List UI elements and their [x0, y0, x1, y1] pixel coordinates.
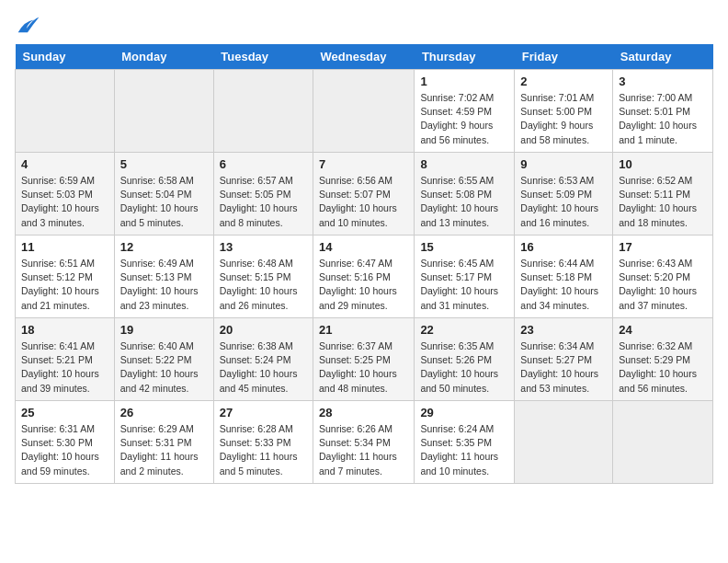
day-info: Sunrise: 6:37 AM Sunset: 5:25 PM Dayligh…	[319, 339, 408, 396]
logo-bird-icon	[15, 15, 40, 35]
day-info: Sunrise: 6:49 AM Sunset: 5:13 PM Dayligh…	[120, 257, 208, 313]
calendar-cell: 15Sunrise: 6:45 AM Sunset: 5:17 PM Dayli…	[415, 236, 515, 318]
day-info: Sunrise: 6:58 AM Sunset: 5:04 PM Dayligh…	[120, 174, 208, 230]
day-info: Sunrise: 6:26 AM Sunset: 5:34 PM Dayligh…	[319, 422, 408, 478]
day-number: 28	[319, 406, 408, 419]
day-number: 20	[220, 323, 307, 337]
day-info: Sunrise: 7:00 AM Sunset: 5:01 PM Dayligh…	[619, 91, 707, 147]
day-info: Sunrise: 6:59 AM Sunset: 5:03 PM Dayligh…	[21, 174, 108, 230]
calendar-cell: 1Sunrise: 7:02 AM Sunset: 4:59 PM Daylig…	[415, 70, 515, 153]
calendar-cell	[16, 70, 115, 153]
calendar-week-row: 25Sunrise: 6:31 AM Sunset: 5:30 PM Dayli…	[16, 401, 713, 484]
calendar-cell: 3Sunrise: 7:00 AM Sunset: 5:01 PM Daylig…	[613, 70, 713, 153]
day-number: 15	[420, 240, 508, 254]
day-number: 11	[21, 240, 108, 254]
page-header	[15, 15, 713, 35]
day-info: Sunrise: 6:44 AM Sunset: 5:18 PM Dayligh…	[520, 257, 607, 313]
day-number: 4	[21, 157, 108, 171]
day-number: 18	[21, 323, 108, 337]
calendar-cell	[114, 70, 213, 153]
calendar-header-row: SundayMondayTuesdayWednesdayThursdayFrid…	[16, 44, 713, 70]
day-number: 2	[520, 75, 607, 88]
day-number: 10	[619, 157, 707, 171]
calendar-cell: 9Sunrise: 6:53 AM Sunset: 5:09 PM Daylig…	[515, 153, 613, 236]
calendar-cell: 5Sunrise: 6:58 AM Sunset: 5:04 PM Daylig…	[114, 153, 213, 236]
day-info: Sunrise: 6:38 AM Sunset: 5:24 PM Dayligh…	[220, 339, 307, 396]
calendar-cell: 26Sunrise: 6:29 AM Sunset: 5:31 PM Dayli…	[114, 401, 213, 484]
day-info: Sunrise: 6:57 AM Sunset: 5:05 PM Dayligh…	[220, 174, 307, 230]
calendar-cell: 17Sunrise: 6:43 AM Sunset: 5:20 PM Dayli…	[613, 236, 713, 318]
day-info: Sunrise: 7:01 AM Sunset: 5:00 PM Dayligh…	[520, 91, 607, 147]
day-info: Sunrise: 6:40 AM Sunset: 5:22 PM Dayligh…	[120, 339, 208, 396]
day-info: Sunrise: 6:31 AM Sunset: 5:30 PM Dayligh…	[21, 422, 108, 478]
header-friday: Friday	[515, 44, 613, 70]
day-number: 22	[420, 323, 508, 337]
calendar-cell: 11Sunrise: 6:51 AM Sunset: 5:12 PM Dayli…	[16, 236, 115, 318]
calendar-week-row: 4Sunrise: 6:59 AM Sunset: 5:03 PM Daylig…	[16, 153, 713, 236]
day-number: 12	[120, 240, 208, 254]
day-info: Sunrise: 6:34 AM Sunset: 5:27 PM Dayligh…	[520, 339, 607, 396]
day-info: Sunrise: 7:02 AM Sunset: 4:59 PM Dayligh…	[420, 91, 508, 147]
calendar-cell	[613, 401, 713, 484]
day-number: 17	[619, 240, 707, 254]
calendar-cell: 8Sunrise: 6:55 AM Sunset: 5:08 PM Daylig…	[415, 153, 515, 236]
day-info: Sunrise: 6:43 AM Sunset: 5:20 PM Dayligh…	[619, 257, 707, 313]
day-number: 13	[220, 240, 307, 254]
day-info: Sunrise: 6:48 AM Sunset: 5:15 PM Dayligh…	[220, 257, 307, 313]
header-thursday: Thursday	[415, 44, 515, 70]
calendar-cell: 21Sunrise: 6:37 AM Sunset: 5:25 PM Dayli…	[313, 318, 415, 401]
calendar-cell: 4Sunrise: 6:59 AM Sunset: 5:03 PM Daylig…	[16, 153, 115, 236]
calendar-cell: 10Sunrise: 6:52 AM Sunset: 5:11 PM Dayli…	[613, 153, 713, 236]
day-info: Sunrise: 6:41 AM Sunset: 5:21 PM Dayligh…	[21, 339, 108, 396]
day-number: 25	[21, 406, 108, 419]
header-tuesday: Tuesday	[213, 44, 313, 70]
header-saturday: Saturday	[613, 44, 713, 70]
calendar-cell	[515, 401, 613, 484]
day-info: Sunrise: 6:24 AM Sunset: 5:35 PM Dayligh…	[420, 422, 508, 478]
day-info: Sunrise: 6:35 AM Sunset: 5:26 PM Dayligh…	[420, 339, 508, 396]
day-number: 19	[120, 323, 208, 337]
day-number: 6	[220, 157, 307, 171]
day-number: 23	[520, 323, 607, 337]
calendar-cell: 22Sunrise: 6:35 AM Sunset: 5:26 PM Dayli…	[415, 318, 515, 401]
calendar-cell: 24Sunrise: 6:32 AM Sunset: 5:29 PM Dayli…	[613, 318, 713, 401]
calendar-cell: 27Sunrise: 6:28 AM Sunset: 5:33 PM Dayli…	[213, 401, 313, 484]
calendar-cell: 20Sunrise: 6:38 AM Sunset: 5:24 PM Dayli…	[213, 318, 313, 401]
calendar-cell: 19Sunrise: 6:40 AM Sunset: 5:22 PM Dayli…	[114, 318, 213, 401]
day-info: Sunrise: 6:55 AM Sunset: 5:08 PM Dayligh…	[420, 174, 508, 230]
day-info: Sunrise: 6:52 AM Sunset: 5:11 PM Dayligh…	[619, 174, 707, 230]
calendar-cell: 18Sunrise: 6:41 AM Sunset: 5:21 PM Dayli…	[16, 318, 115, 401]
day-info: Sunrise: 6:32 AM Sunset: 5:29 PM Dayligh…	[619, 339, 707, 396]
calendar-cell	[213, 70, 313, 153]
calendar-cell: 28Sunrise: 6:26 AM Sunset: 5:34 PM Dayli…	[313, 401, 415, 484]
day-number: 14	[319, 240, 408, 254]
day-info: Sunrise: 6:51 AM Sunset: 5:12 PM Dayligh…	[21, 257, 108, 313]
day-info: Sunrise: 6:53 AM Sunset: 5:09 PM Dayligh…	[520, 174, 607, 230]
calendar-cell	[313, 70, 415, 153]
day-number: 3	[619, 75, 707, 88]
day-number: 24	[619, 323, 707, 337]
day-number: 9	[520, 157, 607, 171]
calendar-cell: 16Sunrise: 6:44 AM Sunset: 5:18 PM Dayli…	[515, 236, 613, 318]
header-wednesday: Wednesday	[313, 44, 415, 70]
day-number: 27	[220, 406, 307, 419]
calendar-cell: 12Sunrise: 6:49 AM Sunset: 5:13 PM Dayli…	[114, 236, 213, 318]
day-info: Sunrise: 6:28 AM Sunset: 5:33 PM Dayligh…	[220, 422, 307, 478]
calendar-table: SundayMondayTuesdayWednesdayThursdayFrid…	[15, 44, 713, 484]
logo	[15, 15, 44, 35]
day-info: Sunrise: 6:56 AM Sunset: 5:07 PM Dayligh…	[319, 174, 408, 230]
day-number: 16	[520, 240, 607, 254]
day-number: 5	[120, 157, 208, 171]
calendar-cell: 25Sunrise: 6:31 AM Sunset: 5:30 PM Dayli…	[16, 401, 115, 484]
day-number: 8	[420, 157, 508, 171]
calendar-cell: 2Sunrise: 7:01 AM Sunset: 5:00 PM Daylig…	[515, 70, 613, 153]
day-number: 29	[420, 406, 508, 419]
calendar-cell: 29Sunrise: 6:24 AM Sunset: 5:35 PM Dayli…	[415, 401, 515, 484]
day-info: Sunrise: 6:47 AM Sunset: 5:16 PM Dayligh…	[319, 257, 408, 313]
calendar-week-row: 1Sunrise: 7:02 AM Sunset: 4:59 PM Daylig…	[16, 70, 713, 153]
day-info: Sunrise: 6:45 AM Sunset: 5:17 PM Dayligh…	[420, 257, 508, 313]
day-info: Sunrise: 6:29 AM Sunset: 5:31 PM Dayligh…	[120, 422, 208, 478]
header-sunday: Sunday	[16, 44, 115, 70]
calendar-cell: 13Sunrise: 6:48 AM Sunset: 5:15 PM Dayli…	[213, 236, 313, 318]
day-number: 26	[120, 406, 208, 419]
